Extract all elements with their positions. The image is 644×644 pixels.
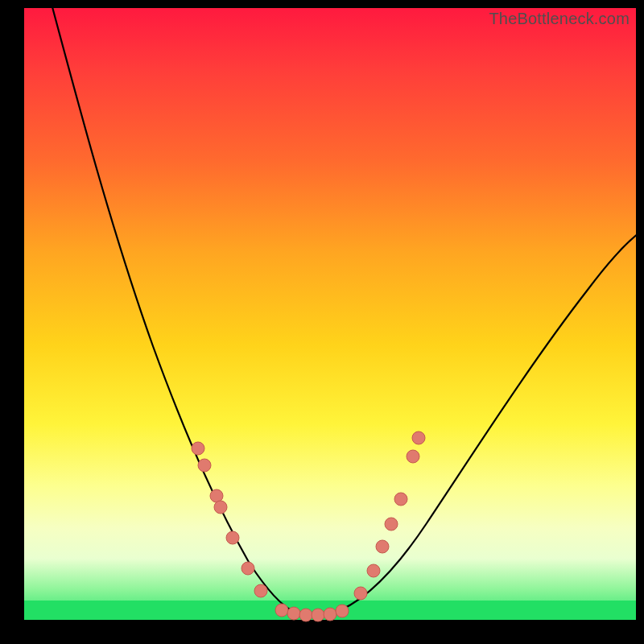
plot-area: TheBottleneck.com xyxy=(24,8,636,620)
dot xyxy=(336,605,349,617)
chart-frame: TheBottleneck.com xyxy=(0,0,644,644)
dot xyxy=(324,608,336,621)
dot xyxy=(214,501,227,514)
dot xyxy=(376,540,389,553)
dot xyxy=(394,493,407,506)
dot xyxy=(242,562,254,575)
dot xyxy=(254,584,267,597)
dot xyxy=(192,442,204,455)
curve-left-arm xyxy=(48,0,298,613)
dot xyxy=(287,607,300,620)
dots-right-arm xyxy=(354,431,425,600)
curve-layer xyxy=(24,8,636,620)
dot xyxy=(299,609,312,621)
dots-trough xyxy=(275,604,349,621)
dot xyxy=(367,564,380,577)
dot xyxy=(198,459,211,472)
dot xyxy=(412,431,425,444)
dot xyxy=(354,587,367,600)
dot xyxy=(226,531,239,544)
dot xyxy=(385,518,398,530)
curve-right-arm xyxy=(332,229,644,613)
dot xyxy=(312,609,324,621)
dot xyxy=(275,604,288,617)
dot xyxy=(407,450,419,463)
